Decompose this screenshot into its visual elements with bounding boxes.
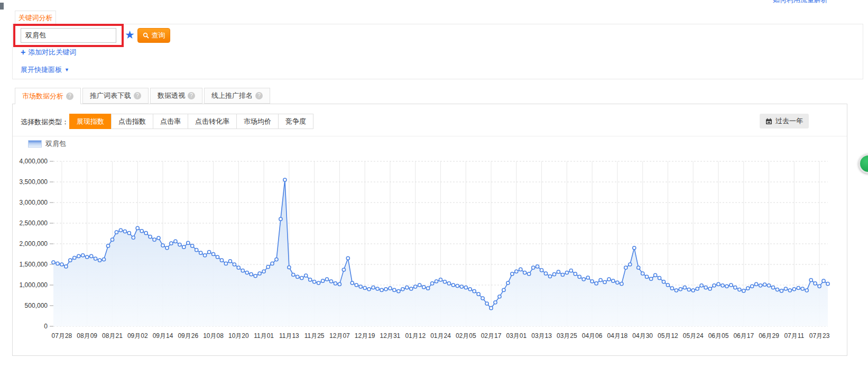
query-button[interactable]: 查询: [137, 28, 170, 43]
data-type-option-2[interactable]: 点击率: [153, 114, 188, 129]
svg-text:06月17: 06月17: [733, 332, 754, 340]
data-type-label: 选择数据类型：: [21, 117, 69, 127]
chart-area: 4,000,0003,500,0003,000,0002,500,0002,00…: [16, 154, 843, 352]
tab-keyword-analysis[interactable]: 关键词分析: [15, 11, 56, 25]
data-type-option-5[interactable]: 竞争度: [278, 114, 313, 129]
svg-text:09月14: 09月14: [153, 332, 173, 340]
svg-text:01月24: 01月24: [430, 332, 451, 340]
svg-text:05月24: 05月24: [683, 332, 704, 340]
screen-edge-fragment: [0, 3, 4, 10]
floating-chat-widget[interactable]: [858, 154, 868, 173]
tab-keyword-analysis-label: 关键词分析: [19, 13, 53, 23]
calendar-icon: [765, 118, 772, 125]
help-icon[interactable]: ?: [66, 93, 73, 100]
y-axis-labels: 4,000,0003,500,0003,000,0002,500,0002,00…: [20, 158, 48, 330]
tab-label: 推广词表下载: [90, 91, 131, 100]
svg-text:03月13: 03月13: [531, 332, 552, 340]
svg-text:09月02: 09月02: [127, 332, 148, 340]
svg-text:12月07: 12月07: [329, 332, 350, 340]
svg-text:3,500,000: 3,500,000: [20, 178, 48, 186]
svg-text:02月05: 02月05: [456, 332, 476, 340]
svg-text:10月20: 10月20: [228, 332, 249, 340]
analysis-tabs: 市场数据分析?推广词表下载?数据透视?线上推广排名?: [15, 88, 270, 104]
svg-text:07月11: 07月11: [784, 332, 804, 340]
help-link[interactable]: 如何利用流量解析: [773, 0, 863, 5]
svg-text:01月12: 01月12: [405, 332, 426, 340]
help-icon[interactable]: ?: [134, 92, 141, 99]
svg-text:03月25: 03月25: [557, 332, 577, 340]
svg-text:04月06: 04月06: [582, 332, 603, 340]
svg-text:500,000: 500,000: [25, 302, 48, 309]
legend-item[interactable]: 双肩包: [28, 139, 66, 149]
date-range-button[interactable]: 过去一年: [760, 114, 809, 129]
market-data-panel: 选择数据类型： 展现指数点击指数点击率点击转化率市场均价竞争度 过去一年 双肩包…: [12, 104, 847, 356]
data-type-option-0[interactable]: 展现指数: [69, 114, 112, 129]
svg-text:09月26: 09月26: [178, 332, 198, 340]
data-type-option-4[interactable]: 市场均价: [236, 114, 279, 129]
svg-text:02月17: 02月17: [481, 332, 502, 340]
chevron-down-icon: ▼: [64, 67, 69, 72]
svg-text:2,500,000: 2,500,000: [20, 219, 48, 227]
data-type-option-3[interactable]: 点击转化率: [188, 114, 237, 129]
data-type-option-1[interactable]: 点击指数: [111, 114, 153, 129]
svg-text:11月01: 11月01: [254, 332, 274, 340]
svg-text:06月29: 06月29: [759, 332, 779, 340]
tab-label: 市场数据分析: [22, 91, 63, 101]
svg-text:11月25: 11月25: [304, 332, 325, 340]
svg-text:07月28: 07月28: [52, 332, 72, 340]
svg-text:1,000,000: 1,000,000: [20, 281, 48, 289]
legend-swatch: [28, 140, 42, 148]
svg-text:04月18: 04月18: [607, 332, 628, 340]
svg-text:12月31: 12月31: [380, 332, 401, 340]
svg-text:2,000,000: 2,000,000: [20, 240, 48, 247]
search-icon: [143, 32, 149, 39]
svg-text:12月19: 12月19: [355, 332, 375, 340]
svg-text:07月23: 07月23: [809, 332, 830, 340]
help-icon[interactable]: ?: [188, 92, 195, 99]
trend-chart[interactable]: 4,000,0003,500,0003,000,0002,500,0002,00…: [16, 154, 843, 352]
tab-analysis-3[interactable]: 线上推广排名?: [204, 88, 270, 104]
svg-text:0: 0: [44, 323, 48, 330]
svg-text:10月08: 10月08: [203, 332, 224, 340]
add-compare-keyword-link[interactable]: + 添加对比关键词: [21, 48, 76, 57]
x-axis-labels: 07月2808月0908月2109月0209月1409月2610月0810月20…: [52, 332, 830, 340]
help-icon[interactable]: ?: [255, 92, 263, 99]
tab-label: 线上推广排名: [211, 91, 253, 100]
data-type-button-group: 展现指数点击指数点击率点击转化率市场均价竞争度: [70, 114, 313, 129]
plus-icon: +: [21, 49, 25, 56]
svg-text:1,500,000: 1,500,000: [20, 261, 48, 268]
tab-analysis-1[interactable]: 推广词表下载?: [82, 88, 149, 104]
expand-quick-panel-link[interactable]: 展开快捷面板 ▼: [21, 65, 69, 75]
date-range-label: 过去一年: [775, 116, 803, 126]
svg-text:4,000,000: 4,000,000: [20, 158, 48, 165]
keyword-panel: ★ 查询 + 添加对比关键词 展开快捷面板 ▼: [12, 24, 863, 79]
tab-analysis-2[interactable]: 数据透视?: [150, 88, 202, 104]
svg-text:06月05: 06月05: [708, 332, 729, 340]
svg-text:3,000,000: 3,000,000: [20, 199, 48, 206]
favorite-star-icon[interactable]: ★: [125, 27, 135, 42]
svg-text:04月30: 04月30: [632, 332, 653, 340]
svg-text:08月09: 08月09: [77, 332, 97, 340]
query-button-label: 查询: [152, 31, 165, 40]
toolbar-divider: [13, 136, 847, 136]
svg-text:03月01: 03月01: [506, 332, 527, 340]
expand-quick-panel-label: 展开快捷面板: [21, 65, 62, 75]
keyword-input[interactable]: [21, 28, 116, 43]
svg-text:05月12: 05月12: [658, 332, 678, 340]
tab-analysis-0[interactable]: 市场数据分析?: [15, 88, 81, 104]
tab-label: 数据透视: [158, 91, 185, 100]
legend-series-label: 双肩包: [45, 139, 66, 149]
svg-text:08月21: 08月21: [102, 332, 123, 340]
svg-text:11月13: 11月13: [279, 332, 299, 340]
help-link-clipped: 如何利用流量解析: [773, 0, 863, 5]
add-compare-keyword-label: 添加对比关键词: [28, 48, 76, 57]
